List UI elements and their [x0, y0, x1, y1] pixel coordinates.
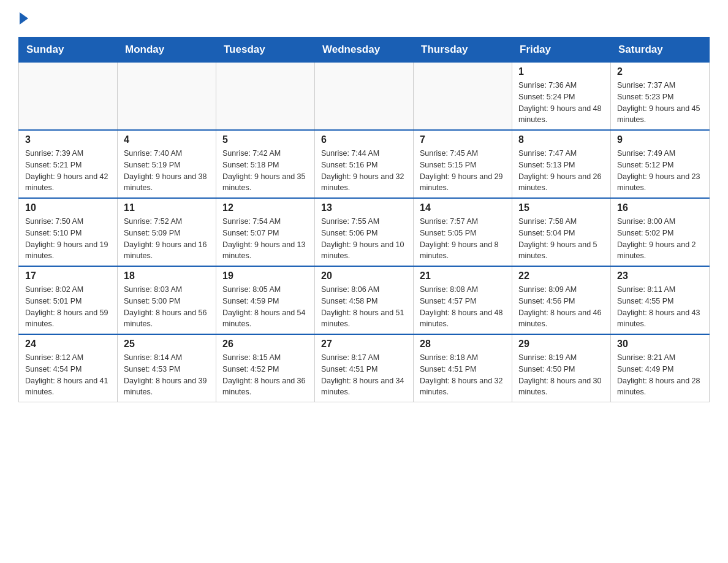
calendar-cell: 5Sunrise: 7:42 AM Sunset: 5:18 PM Daylig…: [216, 130, 315, 198]
calendar-week-row: 3Sunrise: 7:39 AM Sunset: 5:21 PM Daylig…: [19, 130, 710, 198]
day-info: Sunrise: 7:55 AM Sunset: 5:06 PM Dayligh…: [321, 216, 407, 262]
weekday-header-wednesday: Wednesday: [315, 37, 414, 63]
day-number: 23: [617, 270, 703, 282]
calendar-cell: 21Sunrise: 8:08 AM Sunset: 4:57 PM Dayli…: [414, 266, 512, 334]
calendar-cell: [19, 63, 118, 131]
weekday-header-sunday: Sunday: [19, 37, 118, 63]
weekday-header-monday: Monday: [118, 37, 216, 63]
day-info: Sunrise: 8:02 AM Sunset: 5:01 PM Dayligh…: [25, 284, 111, 330]
calendar-cell: 23Sunrise: 8:11 AM Sunset: 4:55 PM Dayli…: [611, 266, 710, 334]
day-number: 18: [124, 270, 210, 282]
day-info: Sunrise: 8:09 AM Sunset: 4:56 PM Dayligh…: [518, 284, 604, 330]
weekday-header-saturday: Saturday: [611, 37, 710, 63]
calendar-week-row: 1Sunrise: 7:36 AM Sunset: 5:24 PM Daylig…: [19, 63, 710, 131]
day-info: Sunrise: 8:14 AM Sunset: 4:53 PM Dayligh…: [124, 352, 210, 398]
day-info: Sunrise: 7:49 AM Sunset: 5:12 PM Dayligh…: [617, 148, 703, 194]
day-number: 20: [321, 270, 407, 282]
day-number: 27: [321, 339, 407, 350]
day-number: 15: [518, 202, 604, 213]
day-info: Sunrise: 8:05 AM Sunset: 4:59 PM Dayligh…: [222, 284, 308, 330]
calendar-cell: 11Sunrise: 7:52 AM Sunset: 5:09 PM Dayli…: [118, 198, 216, 266]
day-info: Sunrise: 7:54 AM Sunset: 5:07 PM Dayligh…: [222, 216, 308, 262]
calendar-cell: 16Sunrise: 8:00 AM Sunset: 5:02 PM Dayli…: [611, 198, 710, 266]
day-info: Sunrise: 7:57 AM Sunset: 5:05 PM Dayligh…: [420, 216, 506, 262]
calendar-cell: 25Sunrise: 8:14 AM Sunset: 4:53 PM Dayli…: [118, 334, 216, 402]
calendar-cell: 4Sunrise: 7:40 AM Sunset: 5:19 PM Daylig…: [118, 130, 216, 198]
calendar-cell: 17Sunrise: 8:02 AM Sunset: 5:01 PM Dayli…: [19, 266, 118, 334]
calendar-cell: [414, 63, 512, 131]
day-number: 3: [25, 134, 111, 145]
day-number: 11: [124, 202, 210, 213]
calendar-cell: 22Sunrise: 8:09 AM Sunset: 4:56 PM Dayli…: [512, 266, 611, 334]
calendar-cell: 3Sunrise: 7:39 AM Sunset: 5:21 PM Daylig…: [19, 130, 118, 198]
day-number: 7: [420, 134, 506, 145]
calendar-cell: 7Sunrise: 7:45 AM Sunset: 5:15 PM Daylig…: [414, 130, 512, 198]
calendar-cell: 15Sunrise: 7:58 AM Sunset: 5:04 PM Dayli…: [512, 198, 611, 266]
day-number: 5: [222, 134, 308, 145]
calendar-cell: 20Sunrise: 8:06 AM Sunset: 4:58 PM Dayli…: [315, 266, 414, 334]
calendar-cell: 9Sunrise: 7:49 AM Sunset: 5:12 PM Daylig…: [611, 130, 710, 198]
day-info: Sunrise: 8:08 AM Sunset: 4:57 PM Dayligh…: [420, 284, 506, 330]
calendar-cell: 19Sunrise: 8:05 AM Sunset: 4:59 PM Dayli…: [216, 266, 315, 334]
day-info: Sunrise: 7:39 AM Sunset: 5:21 PM Dayligh…: [25, 148, 111, 194]
day-info: Sunrise: 8:11 AM Sunset: 4:55 PM Dayligh…: [617, 284, 703, 330]
calendar-cell: [315, 63, 414, 131]
day-info: Sunrise: 7:36 AM Sunset: 5:24 PM Dayligh…: [518, 80, 604, 126]
calendar-week-row: 10Sunrise: 7:50 AM Sunset: 5:10 PM Dayli…: [19, 198, 710, 266]
weekday-header-thursday: Thursday: [414, 37, 512, 63]
day-info: Sunrise: 8:00 AM Sunset: 5:02 PM Dayligh…: [617, 216, 703, 262]
weekday-header-friday: Friday: [512, 37, 611, 63]
day-number: 6: [321, 134, 407, 145]
day-info: Sunrise: 7:58 AM Sunset: 5:04 PM Dayligh…: [518, 216, 604, 262]
calendar-cell: 1Sunrise: 7:36 AM Sunset: 5:24 PM Daylig…: [512, 63, 611, 131]
day-info: Sunrise: 7:40 AM Sunset: 5:19 PM Dayligh…: [124, 148, 210, 194]
day-number: 4: [124, 134, 210, 145]
calendar-cell: 26Sunrise: 8:15 AM Sunset: 4:52 PM Dayli…: [216, 334, 315, 402]
day-number: 24: [25, 339, 111, 350]
calendar-cell: 28Sunrise: 8:18 AM Sunset: 4:51 PM Dayli…: [414, 334, 512, 402]
day-info: Sunrise: 8:19 AM Sunset: 4:50 PM Dayligh…: [518, 352, 604, 398]
day-number: 9: [617, 134, 703, 145]
day-info: Sunrise: 8:03 AM Sunset: 5:00 PM Dayligh…: [124, 284, 210, 330]
day-number: 29: [518, 339, 604, 350]
day-info: Sunrise: 7:45 AM Sunset: 5:15 PM Dayligh…: [420, 148, 506, 194]
day-info: Sunrise: 7:44 AM Sunset: 5:16 PM Dayligh…: [321, 148, 407, 194]
calendar-table: SundayMondayTuesdayWednesdayThursdayFrid…: [18, 37, 710, 402]
day-number: 25: [124, 339, 210, 350]
day-number: 22: [518, 270, 604, 282]
day-info: Sunrise: 8:18 AM Sunset: 4:51 PM Dayligh…: [420, 352, 506, 398]
day-info: Sunrise: 8:12 AM Sunset: 4:54 PM Dayligh…: [25, 352, 111, 398]
day-number: 14: [420, 202, 506, 213]
calendar-cell: 24Sunrise: 8:12 AM Sunset: 4:54 PM Dayli…: [19, 334, 118, 402]
calendar-cell: 12Sunrise: 7:54 AM Sunset: 5:07 PM Dayli…: [216, 198, 315, 266]
calendar-cell: [118, 63, 216, 131]
weekday-header-tuesday: Tuesday: [216, 37, 315, 63]
day-number: 13: [321, 202, 407, 213]
calendar-cell: 2Sunrise: 7:37 AM Sunset: 5:23 PM Daylig…: [611, 63, 710, 131]
calendar-cell: 14Sunrise: 7:57 AM Sunset: 5:05 PM Dayli…: [414, 198, 512, 266]
day-info: Sunrise: 7:47 AM Sunset: 5:13 PM Dayligh…: [518, 148, 604, 194]
day-info: Sunrise: 7:52 AM Sunset: 5:09 PM Dayligh…: [124, 216, 210, 262]
logo-arrow-icon: [20, 12, 28, 25]
calendar-header-row: SundayMondayTuesdayWednesdayThursdayFrid…: [19, 37, 710, 63]
day-number: 16: [617, 202, 703, 213]
day-number: 2: [617, 66, 703, 77]
day-number: 8: [518, 134, 604, 145]
day-info: Sunrise: 7:42 AM Sunset: 5:18 PM Dayligh…: [222, 148, 308, 194]
day-number: 21: [420, 270, 506, 282]
day-info: Sunrise: 7:37 AM Sunset: 5:23 PM Dayligh…: [617, 80, 703, 126]
day-number: 28: [420, 339, 506, 350]
day-info: Sunrise: 8:06 AM Sunset: 4:58 PM Dayligh…: [321, 284, 407, 330]
logo: [18, 12, 28, 25]
day-number: 30: [617, 339, 703, 350]
day-number: 10: [25, 202, 111, 213]
day-number: 1: [518, 66, 604, 77]
calendar-cell: 10Sunrise: 7:50 AM Sunset: 5:10 PM Dayli…: [19, 198, 118, 266]
calendar-cell: 13Sunrise: 7:55 AM Sunset: 5:06 PM Dayli…: [315, 198, 414, 266]
calendar-cell: 18Sunrise: 8:03 AM Sunset: 5:00 PM Dayli…: [118, 266, 216, 334]
day-number: 12: [222, 202, 308, 213]
calendar-cell: 29Sunrise: 8:19 AM Sunset: 4:50 PM Dayli…: [512, 334, 611, 402]
calendar-cell: 6Sunrise: 7:44 AM Sunset: 5:16 PM Daylig…: [315, 130, 414, 198]
calendar-cell: [216, 63, 315, 131]
calendar-cell: 30Sunrise: 8:21 AM Sunset: 4:49 PM Dayli…: [611, 334, 710, 402]
